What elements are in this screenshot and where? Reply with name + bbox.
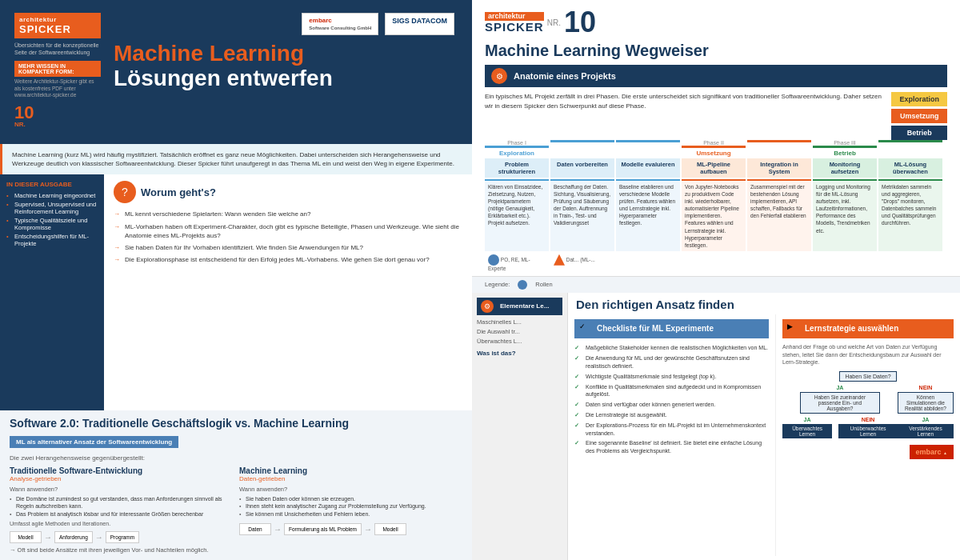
phase-ii-group: Phase II Umsetzung (682, 140, 746, 157)
phase-i-group3 (616, 140, 680, 157)
phase-iii-group2 (878, 140, 942, 157)
trad-bullet-2: Das Problem ist analytisch lösbar und fü… (10, 510, 233, 518)
role-icon-2 (554, 254, 565, 266)
ml-alt-header: ML als alternativer Ansatz der Softwaree… (10, 436, 178, 448)
comparison-grid: Traditionelle Software-Entwicklung Analy… (10, 466, 462, 543)
traditional-title: Traditionelle Software-Entwicklung (10, 466, 233, 475)
ml-flow-arrow-1: → (274, 525, 282, 534)
decision-tree: Haben Sie Daten? JA Haben Sie zueinander… (782, 371, 954, 438)
phase-i-group: Phase I Exploration (485, 140, 549, 157)
phase-i2-name (550, 140, 614, 144)
phase-iii2-name (878, 140, 942, 144)
phase-body-4: Von Jupyter-Notebooks zu produktivem Cod… (682, 179, 746, 251)
left-header-main: embarc Software Consulting GmbH SIGS DAT… (106, 8, 462, 136)
anatomy-title: Anatomie eines Projekts (514, 71, 616, 81)
phase-ii-label: Phase II (682, 140, 746, 146)
left-header: architektur SPICKER Übersichten für die … (0, 0, 472, 144)
lernstrategie-desc: Anhand der Frage ob und welche Art von D… (782, 343, 954, 366)
ausgabe-item-2: Supervised, Unsupervised und Reinforceme… (6, 200, 98, 216)
ml-bullet-3: Sie können mit Unsicherheiten und Fehler… (239, 510, 462, 518)
brand-nr-label: NR. (14, 122, 34, 128)
ml-bullets: Sie haben Daten oder können sie erzeugen… (239, 495, 462, 518)
phase-iii-name: Betrieb (813, 146, 877, 157)
sim-ja-label: JA (922, 417, 929, 422)
embarc-text: embarc (309, 17, 331, 24)
auswahl-item: Die Auswahl tr... (477, 328, 562, 335)
traditional-bullets: Die Domäne ist zumindest so gut verstand… (10, 495, 233, 518)
anatomy-section: ⚙ Anatomie eines Projekts Ein typisches … (472, 65, 960, 276)
role-icon-1 (488, 254, 499, 266)
phase-body-7: Metrikdaten sammeln und aggregieren, "Dr… (878, 179, 942, 251)
legende-label: Legende: (485, 281, 510, 288)
ausgabe-list: Machine Learning eingeordnet Supervised,… (6, 191, 98, 248)
role-2: Dat... (ML-... (550, 253, 614, 273)
embarc-logo-text: embarc (916, 448, 942, 456)
brand-cta: MEHR WISSEN IN KOMPAKTER FORM: (14, 61, 101, 77)
main-title: Machine Learning (114, 42, 454, 66)
embarc-logo-triangle: ▲ (943, 450, 947, 455)
brand-cta-sub: Weitere Architektur-Spicker gibt es als … (14, 78, 101, 98)
tag-betrieb: Betrieb (891, 126, 947, 140)
ausgabe-item-3: Typische Qualitätsziele und Kompromisse (6, 216, 98, 232)
sub-nein-label: NEIN (862, 417, 875, 422)
ausgabe-section: IN DIESER AUSGABE Machine Learning einge… (0, 174, 104, 410)
comparison-subtitle: Die zwei Herangehensweise gegenübergeste… (10, 454, 462, 462)
embarc-sub: Software Consulting GmbH (309, 26, 371, 30)
ja-label: JA (836, 385, 843, 390)
elementare-section: ⚙ Elementare Le... Maschinelles L... Die… (472, 293, 568, 560)
sub-ja-label: JA (804, 417, 811, 422)
col-header-3: Modelle evaluieren (616, 158, 680, 178)
ml-title: Machine Learning (239, 466, 462, 475)
ml-when: Wann anwenden? (239, 486, 462, 493)
sub-nein: NEIN Unüberwachtes Lernen (838, 417, 898, 438)
role-1: PO, RE, ML-Experte (485, 253, 549, 273)
lernstrategie-col: ▶ Lernstrategie auswählen Anhand der Fra… (776, 314, 960, 556)
why-section: ? Worum geht's? ML kennt verschiedene Sp… (104, 174, 472, 410)
right-panel: architektur SPICKER NR. 10 Machine Learn… (472, 0, 960, 560)
bottom-area: ⚙ Elementare Le... Maschinelles L... Die… (472, 293, 960, 560)
checkliste-header: ✓ Checkliste für ML Experimente (574, 319, 769, 338)
anatomy-content: Ein typisches ML Projekt zerfällt in dre… (485, 92, 947, 140)
lernstrategie-icon: ▶ (787, 322, 800, 335)
phase-ii2-name (747, 140, 811, 144)
traditional-col: Traditionelle Software-Entwicklung Analy… (10, 466, 233, 543)
anatomy-desc-area: Ein typisches ML Projekt zerfällt in dre… (485, 92, 882, 140)
why-list: ML kennt verschiedene Spielarten: Wann w… (114, 208, 462, 266)
sub-question-box: Haben Sie zueinander passende Ein- und A… (800, 392, 880, 414)
sim-branches: JA Verstärkendes Lernen (898, 417, 954, 438)
check-1: Maßgebliche Stakeholder kennen die reali… (574, 343, 769, 354)
lernstrategie-header: ▶ Lernstrategie auswählen (782, 319, 954, 338)
why-item-1: ML kennt verschiedene Spielarten: Wann w… (114, 208, 462, 220)
phase-col-headers: Problem strukturieren Daten vorbereiten … (485, 158, 947, 178)
why-header: ? Worum geht's? (114, 181, 462, 203)
software-section: Software 2.0: Traditionelle Geschäftslog… (0, 410, 472, 560)
uberwachtes-item: Überwachtes L... (477, 338, 562, 345)
flow-box-1: Modell (10, 531, 42, 543)
right-section-title: Machine Learning Wegweiser (472, 42, 960, 65)
sim-question: Können Simulationen die Realität abbilde… (898, 392, 954, 414)
tag-umsetzung: Umsetzung (891, 109, 947, 123)
result-verstarkendes: Verstärkendes Lernen (898, 424, 954, 438)
ansatz-area: Den richtigen Ansatz finden ✓ Checkliste… (568, 293, 960, 560)
checkliste-icon: ✓ (579, 322, 592, 335)
role-4 (682, 253, 746, 273)
col-header-2: Daten vorbereiten (550, 158, 614, 178)
phase-i3-name (616, 140, 680, 144)
decision-node-1: Haben Sie Daten? (782, 371, 954, 382)
phase-body-3: Baseline etablieren und verschiedene Mod… (616, 179, 680, 251)
nein-label: NEIN (919, 385, 933, 390)
embarc-logo-bottom: embarc ▲ (910, 445, 954, 459)
role-5 (747, 253, 811, 273)
why-icon: ? (114, 181, 136, 203)
was-label: Was ist das? (477, 350, 562, 357)
checkliste-col: ✓ Checkliste für ML Experimente Maßgebli… (568, 314, 776, 556)
ansatz-inner: ✓ Checkliste für ML Experimente Maßgebli… (568, 314, 960, 556)
ml-flow-arrow-2: → (364, 525, 372, 534)
phase-body-2: Beschaffung der Daten. Sichtung, Visuali… (550, 179, 614, 251)
phase-ii-group2 (747, 140, 811, 157)
sub-ja: JA Überwachtes Lernen (782, 417, 832, 438)
ml-subtitle: Daten-getrieben (239, 475, 462, 482)
col-header-5: Integration in System (747, 158, 811, 178)
sub-branches: JA Überwachtes Lernen NEIN Unüberwachtes… (782, 417, 898, 438)
brand-line1: architektur (19, 16, 96, 23)
